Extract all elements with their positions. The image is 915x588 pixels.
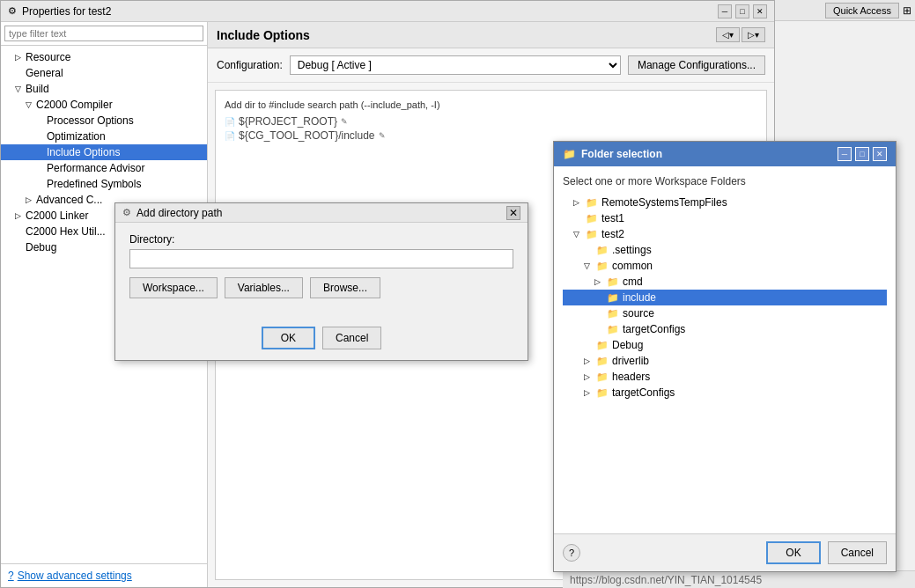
folder-icon: 📁 bbox=[596, 245, 609, 256]
arrow-icon: ▽ bbox=[26, 100, 34, 109]
folder-label-settings: .settings bbox=[612, 244, 652, 256]
close-button[interactable]: ✕ bbox=[753, 4, 767, 18]
sidebar-item-performanceadvisor[interactable]: Performance Advisor bbox=[1, 160, 207, 176]
sidebar-label-c2000compiler: C2000 Compiler bbox=[36, 99, 113, 111]
folder-item-source[interactable]: 📁 source bbox=[563, 305, 887, 321]
panel-header: Include Options ◁▾ ▷▾ bbox=[208, 22, 774, 48]
status-text: https://blog.csdn.net/YIN_TIAN_1014545 bbox=[570, 574, 762, 586]
folder-minimize-button[interactable]: ─ bbox=[838, 147, 852, 161]
folder-dialog-title: Folder selection bbox=[581, 148, 662, 160]
directory-input[interactable] bbox=[129, 249, 513, 268]
filter-input[interactable] bbox=[4, 26, 203, 41]
sidebar-label-c2000linker: C2000 Linker bbox=[26, 209, 88, 222]
config-label: Configuration: bbox=[217, 59, 283, 71]
sidebar-item-build[interactable]: ▽ Build bbox=[1, 81, 207, 97]
folder-title-controls: ─ □ ✕ bbox=[838, 147, 887, 161]
add-dir-body: Directory: Workspace... Variables... Bro… bbox=[115, 223, 528, 320]
workspace-button[interactable]: Workspace... bbox=[129, 277, 218, 298]
folder-maximize-button[interactable]: □ bbox=[855, 147, 869, 161]
entry-icon-1: 📄 bbox=[225, 117, 235, 127]
sidebar-item-includeoptions[interactable]: Include Options bbox=[1, 144, 207, 160]
folder-item-test2[interactable]: ▽ 📁 test2 bbox=[563, 226, 887, 242]
expand-arrow: ▽ bbox=[584, 261, 593, 270]
app-icon: ⚙ bbox=[8, 5, 17, 17]
variables-button[interactable]: Variables... bbox=[225, 277, 303, 298]
config-select[interactable]: Debug [ Active ] bbox=[290, 55, 621, 75]
maximize-button[interactable]: □ bbox=[735, 4, 749, 18]
sidebar-item-predefinedsymbols[interactable]: Predefined Symbols bbox=[1, 176, 207, 192]
folder-item-common[interactable]: ▽ 📁 common bbox=[563, 258, 887, 274]
sidebar-item-processoroptions[interactable]: Processor Options bbox=[1, 113, 207, 129]
status-bar: https://blog.csdn.net/YIN_TIAN_1014545 bbox=[563, 570, 915, 588]
folder-item-remotesystemstempfiles[interactable]: ▷ 📁 RemoteSystemsTempFiles bbox=[563, 195, 887, 210]
folder-item-targetconfigs1[interactable]: 📁 targetConfigs bbox=[563, 321, 887, 337]
manage-configurations-button[interactable]: Manage Configurations... bbox=[628, 55, 765, 75]
add-dir-footer: OK Cancel bbox=[115, 320, 528, 360]
sidebar-label-optimization: Optimization bbox=[47, 130, 106, 143]
entry-edit-icon-1[interactable]: ✎ bbox=[341, 117, 348, 126]
folder-icon: 📁 bbox=[607, 308, 619, 320]
folder-action-buttons: OK Cancel bbox=[766, 541, 887, 564]
folder-item-driverlib[interactable]: ▷ 📁 driverlib bbox=[563, 353, 887, 369]
folder-label-include: include bbox=[623, 291, 656, 304]
sidebar-item-optimization[interactable]: Optimization bbox=[1, 129, 207, 144]
add-directory-dialog: ⚙ Add directory path ✕ Directory: Worksp… bbox=[114, 202, 528, 361]
sidebar-item-resource[interactable]: ▷ Resource bbox=[1, 49, 207, 65]
folder-icon: 📁 bbox=[607, 324, 619, 335]
folder-title-text: 📁 Folder selection bbox=[563, 148, 662, 160]
sidebar-label-c2000hexutil: C2000 Hex Util... bbox=[26, 225, 106, 238]
folder-icon: 📁 bbox=[586, 229, 598, 240]
add-dir-title-label: Add directory path bbox=[137, 207, 222, 219]
folder-ok-button[interactable]: OK bbox=[766, 541, 820, 564]
folder-item-headers[interactable]: ▷ 📁 headers bbox=[563, 369, 887, 385]
folder-label-debug: Debug bbox=[612, 339, 643, 351]
folder-close-button[interactable]: ✕ bbox=[873, 147, 887, 161]
expand-arrow: ▽ bbox=[573, 230, 582, 239]
folder-label-driverlib: driverlib bbox=[612, 355, 649, 367]
folder-dialog-icon: 📁 bbox=[563, 148, 576, 160]
entry-icon-2: 📄 bbox=[225, 131, 235, 141]
nav-buttons: ◁▾ ▷▾ bbox=[716, 27, 765, 42]
add-dir-ok-button[interactable]: OK bbox=[262, 327, 315, 349]
include-entry-text-1: ${PROJECT_ROOT} bbox=[239, 115, 337, 128]
folder-icon: 📁 bbox=[596, 340, 609, 351]
panel-title: Include Options bbox=[217, 28, 310, 42]
main-title-bar: ⚙ Properties for test2 ─ □ ✕ bbox=[1, 1, 774, 22]
forward-button[interactable]: ▷▾ bbox=[742, 27, 765, 42]
expand-arrow: ▷ bbox=[584, 388, 593, 397]
include-entry-text-2: ${CG_TOOL_ROOT}/include bbox=[239, 129, 375, 142]
minimize-button[interactable]: ─ bbox=[718, 4, 732, 18]
arrow-icon: ▷ bbox=[15, 211, 24, 220]
folder-icon: 📁 bbox=[596, 261, 609, 272]
folder-icon: 📁 bbox=[596, 387, 609, 399]
folder-item-debug[interactable]: 📁 Debug bbox=[563, 337, 887, 353]
folder-title-bar: 📁 Folder selection ─ □ ✕ bbox=[554, 142, 896, 166]
folder-item-cmd[interactable]: ▷ 📁 cmd bbox=[563, 274, 887, 290]
browse-button[interactable]: Browse... bbox=[310, 277, 380, 298]
folder-cancel-button[interactable]: Cancel bbox=[828, 541, 887, 564]
folder-item-targetconfigs2[interactable]: ▷ 📁 targetConfigs bbox=[563, 385, 887, 401]
sidebar-item-general[interactable]: General bbox=[1, 65, 207, 81]
folder-label-test2: test2 bbox=[601, 228, 624, 240]
folder-label-common: common bbox=[612, 260, 653, 272]
back-button[interactable]: ◁▾ bbox=[716, 27, 740, 42]
folder-item-settings[interactable]: 📁 .settings bbox=[563, 242, 887, 258]
include-entry-1: 📄 ${PROJECT_ROOT} ✎ bbox=[225, 115, 757, 128]
add-dir-title-bar: ⚙ Add directory path ✕ bbox=[115, 203, 528, 223]
folder-item-include[interactable]: 📁 include bbox=[563, 290, 887, 305]
add-dir-close-button[interactable]: ✕ bbox=[506, 206, 520, 220]
folder-label-headers: headers bbox=[612, 371, 650, 383]
folder-help-button[interactable]: ? bbox=[563, 544, 580, 562]
title-bar-left: ⚙ Properties for test2 bbox=[8, 5, 111, 18]
title-bar-controls: ─ □ ✕ bbox=[718, 4, 767, 18]
folder-item-test1[interactable]: 📁 test1 bbox=[563, 210, 887, 226]
entry-edit-icon-2[interactable]: ✎ bbox=[379, 131, 386, 140]
expand-arrow: ▷ bbox=[594, 277, 603, 286]
add-dir-cancel-button[interactable]: Cancel bbox=[322, 327, 381, 349]
dialog-gear-icon: ⚙ bbox=[122, 207, 131, 218]
quick-access-button[interactable]: Quick Access bbox=[825, 3, 899, 18]
arrow-icon: ▷ bbox=[26, 195, 34, 204]
show-advanced-link[interactable]: ? Show advanced settings bbox=[8, 570, 200, 582]
filter-box bbox=[1, 22, 207, 46]
sidebar-item-c2000compiler[interactable]: ▽ C2000 Compiler bbox=[1, 97, 207, 113]
